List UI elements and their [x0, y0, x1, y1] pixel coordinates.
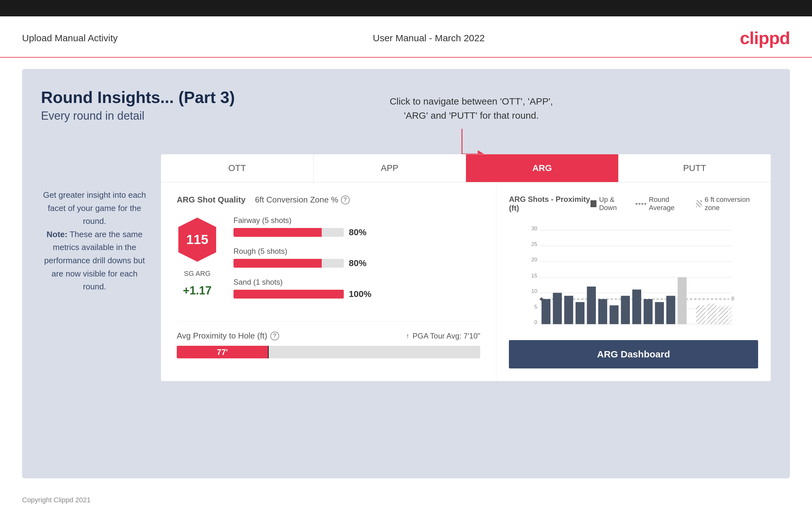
legend-round-avg: Round Average [636, 195, 690, 212]
svg-text:25: 25 [531, 241, 538, 247]
svg-rect-32 [644, 299, 653, 324]
arg-chart: 0 5 10 15 20 25 30 [509, 218, 758, 332]
legend-square-icon [591, 200, 597, 207]
svg-rect-26 [576, 302, 585, 324]
proximity-value: 77' [217, 347, 228, 357]
proximity-title: Avg Proximity to Hole (ft) ? [177, 331, 279, 341]
proximity-cursor [268, 346, 269, 358]
proximity-bar-track: 77' [177, 346, 480, 358]
logo: clippd [740, 28, 790, 48]
svg-rect-34 [666, 296, 675, 324]
fairway-pct: 80% [349, 227, 366, 237]
hexagon: 115 [177, 216, 218, 263]
legend-conversion-zone: 6 ft conversion zone [696, 195, 758, 212]
tab-app[interactable]: APP [313, 154, 466, 182]
svg-rect-24 [553, 293, 562, 324]
chart-header: ARG Shots - Proximity (ft) Up & Down Rou… [509, 195, 758, 213]
tab-ott[interactable]: OTT [161, 154, 313, 182]
rough-label: Rough (5 shots) [234, 247, 287, 256]
fairway-label: Fairway (5 shots) [234, 216, 292, 225]
sg-label: SG ARG [184, 270, 210, 278]
svg-text:10: 10 [531, 288, 538, 294]
footer: Copyright Clippd 2021 [0, 490, 812, 507]
svg-rect-31 [632, 289, 641, 324]
svg-text:30: 30 [531, 225, 538, 231]
sand-track [234, 290, 344, 298]
right-panel: ARG Shots - Proximity (ft) Up & Down Rou… [496, 182, 771, 381]
left-panel: ARG Shot Quality 6ft Conversion Zone % ?… [161, 182, 496, 381]
header: Upload Manual Activity User Manual - Mar… [0, 16, 812, 58]
fairway-fill [234, 228, 322, 237]
shot-bars: Fairway (5 shots) 80% [234, 216, 480, 308]
chart-legend: Up & Down Round Average 6 ft conversion … [591, 195, 758, 212]
legend-up-down: Up & Down [591, 195, 629, 212]
rough-fill [234, 259, 322, 268]
left-description: Get greater insight into each facet of y… [41, 189, 148, 293]
svg-rect-37 [708, 303, 716, 324]
svg-rect-27 [587, 287, 596, 324]
conversion-zone-title: 6ft Conversion Zone % ? [255, 195, 349, 205]
proximity-bar-fill: 77' [177, 346, 268, 358]
svg-text:0: 0 [535, 319, 537, 325]
shot-bar-fairway: Fairway (5 shots) 80% [234, 216, 480, 237]
annotation-line1: Click to navigate between 'OTT', 'APP', [390, 94, 553, 108]
main-card: OTT APP ARG PUTT ARG Shot Quality 6ft Co… [161, 154, 771, 381]
shot-bar-rough: Rough (5 shots) 80% [234, 247, 480, 268]
svg-rect-33 [655, 302, 664, 324]
sand-pct: 100% [349, 289, 371, 299]
chart-title: ARG Shots - Proximity (ft) [509, 195, 591, 213]
card-body: ARG Shot Quality 6ft Conversion Zone % ?… [161, 182, 771, 381]
tabs: OTT APP ARG PUTT [161, 154, 771, 182]
legend-up-down-label: Up & Down [599, 195, 629, 212]
arg-dashboard-button[interactable]: ARG Dashboard [509, 340, 758, 369]
top-bar [0, 0, 812, 16]
rough-track [234, 259, 344, 268]
svg-rect-23 [542, 299, 551, 324]
annotation-line2: 'ARG' and 'PUTT' for that round. [390, 108, 553, 122]
tab-putt[interactable]: PUTT [618, 154, 771, 182]
dashed-line-icon [636, 204, 646, 204]
nav-annotation: Click to navigate between 'OTT', 'APP', … [390, 94, 553, 163]
note-label: Note: [47, 230, 67, 239]
panel-headers: ARG Shot Quality 6ft Conversion Zone % ? [177, 195, 480, 205]
svg-text:15: 15 [531, 273, 538, 279]
sand-fill [234, 290, 344, 298]
pga-avg: ↑ PGA Tour Avg: 7'10" [406, 332, 480, 340]
svg-rect-30 [621, 296, 630, 324]
svg-rect-35 [678, 277, 687, 324]
sg-value: +1.17 [183, 284, 211, 297]
svg-rect-38 [719, 307, 728, 324]
svg-text:20: 20 [531, 257, 538, 263]
upload-manual-label: Upload Manual Activity [22, 33, 118, 44]
proximity-help-icon[interactable]: ? [270, 332, 279, 340]
sand-label: Sand (1 shots) [234, 278, 283, 287]
chart-area: 0 5 10 15 20 25 30 [509, 218, 758, 334]
user-manual-label: User Manual - March 2022 [373, 33, 485, 44]
legend-round-avg-label: Round Average [649, 195, 690, 212]
proximity-section: Avg Proximity to Hole (ft) ? ↑ PGA Tour … [177, 321, 480, 358]
help-icon[interactable]: ? [341, 195, 350, 204]
svg-rect-28 [598, 299, 607, 324]
rough-pct: 80% [349, 258, 366, 268]
hexagon-score: 115 [186, 232, 208, 247]
shot-bar-sand: Sand (1 shots) 100% [234, 278, 480, 299]
svg-rect-36 [696, 305, 705, 324]
svg-rect-29 [610, 305, 618, 324]
fairway-track [234, 228, 344, 237]
svg-rect-25 [564, 296, 573, 324]
hexagon-container: 115 SG ARG +1.17 [177, 216, 218, 297]
legend-conversion-label: 6 ft conversion zone [705, 195, 758, 212]
score-section: 115 SG ARG +1.17 Fairway (5 shots) [177, 216, 480, 308]
proximity-header: Avg Proximity to Hole (ft) ? ↑ PGA Tour … [177, 331, 480, 341]
svg-text:5: 5 [535, 304, 537, 310]
hatched-icon [696, 200, 702, 207]
copyright: Copyright Clippd 2021 [22, 496, 91, 504]
main-content: Round Insights... (Part 3) Every round i… [22, 69, 790, 478]
svg-text:8: 8 [731, 296, 734, 302]
shot-quality-title: ARG Shot Quality [177, 195, 246, 205]
tab-arg[interactable]: ARG [466, 154, 618, 182]
